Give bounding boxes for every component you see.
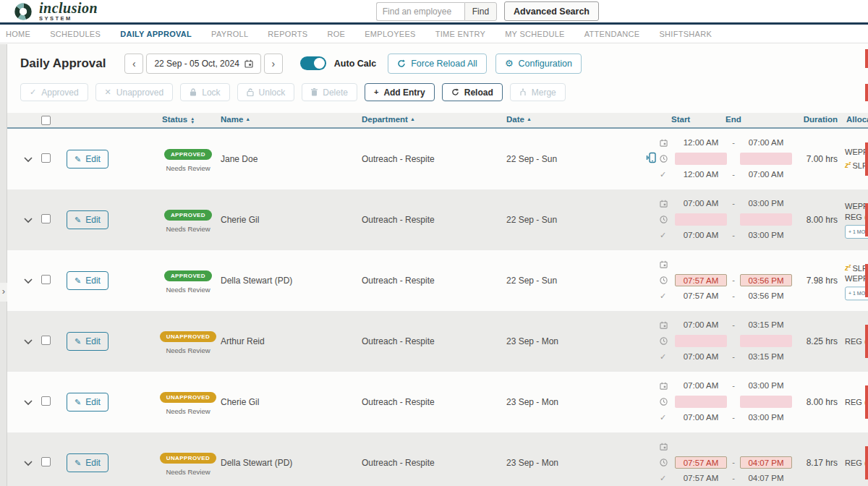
nav-item-home[interactable]: HOME	[6, 30, 30, 38]
edit-button[interactable]: ✎ Edit	[67, 332, 109, 351]
check-icon: ✓	[660, 170, 670, 179]
actual-end-input[interactable]: 04:07 PM	[740, 456, 792, 469]
date-range-picker[interactable]: 22 Sep - 05 Oct, 2024	[146, 54, 260, 74]
edit-button[interactable]: ✎ Edit	[67, 271, 109, 290]
time-separator: -	[727, 170, 740, 179]
column-header-status[interactable]: Status▲▼	[162, 115, 195, 124]
column-header-date[interactable]: Date▲	[506, 115, 532, 124]
expand-row-chevron-icon[interactable]	[24, 335, 33, 348]
nav-item-shiftshark[interactable]: SHIFTSHARK	[659, 30, 712, 38]
unlock-button[interactable]: Unlock	[237, 83, 295, 101]
time-separator: -	[727, 474, 740, 482]
nav-item-my-schedule[interactable]: MY SCHEDULE	[505, 30, 565, 38]
scheduled-start	[675, 258, 727, 270]
row-checkbox[interactable]	[41, 275, 51, 284]
check-icon: ✓	[660, 291, 670, 301]
advanced-search-button[interactable]: Advanced Search	[504, 1, 599, 21]
scheduled-start: 07:00 AM	[675, 380, 727, 392]
column-header-duration[interactable]: Duration	[790, 115, 838, 124]
row-checkbox[interactable]	[41, 396, 51, 406]
lock-icon	[190, 88, 197, 96]
actual-end-input[interactable]	[740, 335, 792, 347]
actual-time-line: 07:57 AM - 04:07 PM	[660, 455, 792, 469]
actual-start-input[interactable]	[675, 396, 727, 408]
expand-row-chevron-icon[interactable]	[24, 396, 33, 409]
auto-calc-toggle[interactable]	[300, 56, 326, 70]
unapproved-button[interactable]: ✕ Unapproved	[95, 83, 174, 101]
search-input[interactable]	[376, 2, 464, 21]
approved-end: 03:00 PM	[740, 412, 792, 424]
nav-item-payroll[interactable]: PAYROLL	[211, 30, 248, 38]
calendar-icon	[660, 321, 670, 329]
row-checkbox[interactable]	[41, 214, 51, 223]
actual-end-input[interactable]	[740, 396, 792, 408]
configuration-label: Configuration	[519, 59, 572, 69]
actual-start-input[interactable]	[675, 213, 727, 226]
actual-start-input[interactable]	[675, 335, 727, 347]
prev-period-button[interactable]: ‹	[124, 54, 143, 74]
edit-button[interactable]: ✎ Edit	[67, 453, 109, 472]
lock-button[interactable]: Lock	[180, 83, 229, 101]
approved-time-line: ✓ 07:57 AM - 03:56 PM	[660, 289, 792, 303]
duration-cell: 7.00 hrs	[790, 154, 838, 164]
approved-button[interactable]: ✓ Approved	[20, 83, 88, 101]
approved-time-line: ✓ 07:00 AM - 03:15 PM	[660, 349, 792, 364]
row-checkbox[interactable]	[41, 336, 51, 345]
actual-end-input[interactable]: 03:56 PM	[740, 274, 792, 286]
column-header-allocations[interactable]: Alloca	[846, 115, 868, 124]
panel-expand-handle[interactable]: ›	[0, 283, 7, 302]
column-header-end[interactable]: End	[726, 115, 741, 124]
expand-row-chevron-icon[interactable]	[24, 274, 33, 287]
nav-item-time-entry[interactable]: TIME ENTRY	[435, 30, 485, 38]
nav-item-schedules[interactable]: SCHEDULES	[50, 30, 101, 38]
employee-name: Cherie Gil	[221, 215, 259, 225]
auto-calc-label: Auto Calc	[334, 59, 376, 69]
reload-button[interactable]: Reload	[442, 83, 503, 101]
department-cell: Outreach - Respite	[362, 215, 435, 225]
actual-start-input[interactable]	[675, 153, 727, 165]
actual-time-line: -	[660, 333, 792, 348]
find-button[interactable]: Find	[464, 2, 497, 21]
check-icon: ✓	[30, 88, 36, 96]
gear-icon: ⚙	[505, 59, 514, 68]
scheduled-time-line: -	[660, 257, 792, 271]
edit-button[interactable]: ✎ Edit	[67, 393, 109, 412]
edit-button[interactable]: ✎ Edit	[67, 210, 109, 229]
toolbar: Daily Approval ‹ 22 Sep - 05 Oct, 2024 ›…	[0, 43, 868, 83]
calendar-icon	[660, 260, 670, 268]
nav-item-employees[interactable]: EMPLOYEES	[365, 30, 416, 38]
actual-start-input[interactable]: 07:57 AM	[675, 456, 727, 469]
brand-subtitle: SYSTEM	[39, 16, 98, 22]
plus-icon: +	[374, 88, 378, 96]
lock-button-label: Lock	[202, 88, 220, 98]
nav-item-daily-approval[interactable]: DAILY APPROVAL	[120, 30, 192, 38]
nav-item-roe[interactable]: ROE	[327, 30, 345, 38]
next-period-button[interactable]: ›	[264, 54, 283, 74]
row-checkbox[interactable]	[41, 457, 51, 466]
force-reload-all-label: Force Reload All	[411, 59, 477, 69]
select-all-checkbox[interactable]	[41, 116, 51, 125]
actual-end-input[interactable]	[740, 213, 792, 226]
edit-button[interactable]: ✎ Edit	[67, 150, 109, 169]
force-reload-all-button[interactable]: Force Reload All	[388, 54, 487, 74]
expand-row-chevron-icon[interactable]	[24, 456, 33, 469]
row-checkbox[interactable]	[41, 153, 51, 163]
merge-button[interactable]: Merge	[510, 83, 566, 101]
approved-time-line: ✓ 07:00 AM - 03:00 PM	[660, 228, 792, 242]
scheduled-start: 07:00 AM	[675, 197, 727, 210]
nav-item-reports[interactable]: REPORTS	[268, 30, 307, 38]
expand-row-chevron-icon[interactable]	[24, 153, 33, 166]
expand-row-chevron-icon[interactable]	[24, 213, 33, 226]
nav-item-attendance[interactable]: ATTENDANCE	[584, 30, 640, 38]
delete-button[interactable]: Delete	[302, 83, 357, 101]
status-badge: UNAPPROVED	[160, 331, 216, 342]
column-header-start[interactable]: Start	[671, 115, 690, 124]
date-cell: 22 Sep - Sun	[506, 154, 557, 164]
column-header-department[interactable]: Department▲	[362, 115, 415, 124]
merge-icon	[519, 88, 527, 96]
add-entry-button[interactable]: + Add Entry	[365, 83, 435, 101]
actual-start-input[interactable]: 07:57 AM	[675, 274, 727, 286]
column-header-name[interactable]: Name▲	[221, 115, 250, 124]
configuration-button[interactable]: ⚙ Configuration	[495, 54, 582, 74]
actual-end-input[interactable]	[740, 153, 792, 165]
